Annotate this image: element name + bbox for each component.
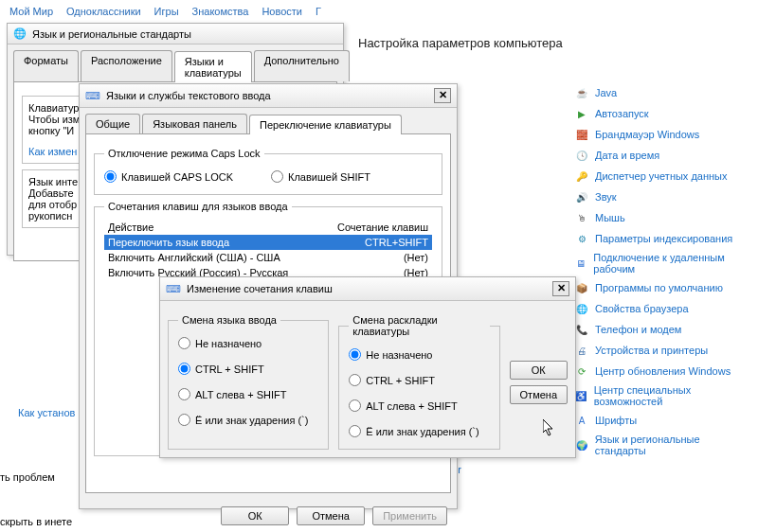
control-panel-item[interactable]: 🖥Подключение к удаленным рабочим — [574, 252, 750, 275]
control-panel-item[interactable]: 🖨Устройства и принтеры — [574, 343, 750, 358]
text-fragment: ть проблем — [0, 471, 55, 483]
apply-button[interactable]: Применить — [372, 506, 447, 525]
control-panel-item[interactable]: 🌐Свойства браузера — [574, 301, 750, 316]
cp-icon: ☕ — [574, 85, 589, 100]
group-legend: Отключение режима Caps Lock — [104, 148, 264, 159]
radio-option[interactable]: Ё или знак ударения (`) — [178, 414, 318, 426]
radio-option[interactable]: CTRL + SHIFT — [178, 363, 318, 375]
window-title: Изменение сочетания клавиш — [187, 283, 547, 294]
radio-label: Ё или знак ударения (`) — [366, 426, 478, 437]
control-panel-item[interactable]: ▶Автозапуск — [574, 106, 750, 121]
cp-link[interactable]: Устройства и принтеры — [595, 345, 708, 356]
radio-option[interactable]: ALT слева + SHIFT — [178, 388, 318, 400]
topnav-link[interactable]: Одноклассники — [66, 6, 141, 17]
cp-link[interactable]: Мышь — [595, 212, 625, 223]
ok-button[interactable]: ОК — [221, 506, 289, 525]
group-legend: Сочетания клавиш для языков ввода — [104, 201, 292, 212]
cp-link[interactable]: Программы по умолчанию — [595, 282, 723, 293]
control-panel-item[interactable]: 📦Программы по умолчанию — [574, 280, 750, 295]
cp-icon: 🌍 — [574, 437, 589, 452]
cp-icon: 🌐 — [574, 301, 589, 316]
cp-icon: ⚙ — [574, 231, 589, 246]
control-panel-item[interactable]: 🌍Язык и региональные стандарты — [574, 434, 750, 456]
control-panel-item[interactable]: 📞Телефон и модем — [574, 322, 750, 337]
radio-option[interactable]: Ё или знак ударения (`) — [349, 425, 489, 437]
cp-icon: ▶ — [574, 106, 589, 121]
cp-link[interactable]: Звук — [595, 191, 617, 203]
radio-capslock[interactable]: Клавишей CAPS LOCK — [104, 170, 233, 183]
topnav-link[interactable]: Игры — [154, 6, 179, 17]
keyboard-icon: ⌨ — [85, 90, 100, 102]
topnav-link[interactable]: Г — [316, 6, 321, 17]
control-panel-item[interactable]: 🔊Звук — [574, 189, 750, 204]
control-panel-item[interactable]: ⚙Параметры индексирования — [574, 231, 750, 246]
cp-link[interactable]: Java — [595, 87, 617, 98]
titlebar: ⌨ Изменение сочетания клавиш ✕ — [160, 277, 575, 301]
control-panel-item[interactable]: ♿Центр специальных возможностей — [574, 384, 750, 407]
cp-icon: A — [574, 413, 589, 428]
cp-link[interactable]: Брандмауэр Windows — [595, 129, 699, 140]
table-row[interactable]: Переключить язык вводаCTRL+SHIFT — [104, 235, 432, 250]
titlebar: 🌐 Язык и региональные стандарты — [8, 24, 343, 44]
window-title: Языки и службы текстового ввода — [106, 90, 428, 101]
radio-option[interactable]: Не назначено — [349, 348, 489, 361]
control-panel-item[interactable]: 🖱Мышь — [574, 210, 750, 225]
dialog-buttons: ОК Отмена Применить — [80, 499, 457, 532]
hotkey-table: ДействиеСочетание клавиш Переключить язы… — [104, 220, 432, 280]
control-panel-item[interactable]: 🕓Дата и время — [574, 148, 750, 163]
cancel-button[interactable]: Отмена — [510, 385, 568, 404]
ok-button[interactable]: ОК — [510, 361, 568, 380]
window-title: Язык и региональные стандарты — [32, 28, 337, 40]
top-nav: Мой МирОдноклассникиИгрыЗнакомстваНовост… — [0, 0, 758, 23]
cell-action: Включить Английский (США) - США — [108, 252, 404, 263]
cp-link[interactable]: Параметры индексирования — [595, 233, 732, 244]
cp-icon: 📦 — [574, 280, 589, 295]
cp-icon: 📞 — [574, 322, 589, 337]
titlebar: ⌨ Языки и службы текстового ввода ✕ — [80, 84, 457, 108]
cp-link[interactable]: Подключение к удаленным рабочим — [593, 252, 750, 275]
lang-switch-group: Смена языка ввода Не назначеноCTRL + SHI… — [168, 314, 329, 450]
group-legend: Смена раскладки клавиатуры — [349, 314, 489, 337]
col-action: Действие — [108, 222, 337, 233]
cancel-button[interactable]: Отмена — [297, 506, 365, 525]
group-legend: Смена языка ввода — [178, 314, 280, 326]
control-panel-item[interactable]: ☕Java — [574, 85, 750, 100]
cp-link[interactable]: Диспетчер учетных данных — [595, 170, 728, 182]
control-panel-item[interactable]: 🔑Диспетчер учетных данных — [574, 168, 750, 184]
topnav-link[interactable]: Новости — [262, 6, 302, 17]
close-button[interactable]: ✕ — [434, 88, 451, 103]
tab[interactable]: Переключение клавиатуры — [249, 115, 402, 134]
radio-option[interactable]: ALT слева + SHIFT — [349, 399, 489, 412]
close-button[interactable]: ✕ — [552, 281, 569, 296]
cp-link[interactable]: Автозапуск — [595, 108, 649, 119]
link-how-change[interactable]: Как измен — [28, 146, 77, 157]
topnav-link[interactable]: Мой Мир — [9, 6, 53, 17]
tab[interactable]: Общие — [85, 114, 140, 133]
control-panel-item[interactable]: 🧱Брандмауэр Windows — [574, 127, 750, 142]
cp-link[interactable]: Телефон и модем — [595, 324, 681, 335]
tab[interactable]: Форматы — [13, 50, 79, 81]
tab[interactable]: Языки и клавиатуры — [174, 51, 252, 82]
radio-option[interactable]: CTRL + SHIFT — [349, 374, 489, 386]
cp-link[interactable]: Центр специальных возможностей — [594, 384, 750, 407]
tab[interactable]: Языковая панель — [142, 114, 247, 133]
control-panel-list: ☕Java▶Автозапуск🧱Брандмауэр Windows🕓Дата… — [574, 85, 750, 456]
link-how-install[interactable]: Как установ — [18, 407, 75, 418]
radio-option[interactable]: Не назначено — [178, 337, 318, 349]
cp-icon: 🧱 — [574, 127, 589, 142]
control-panel-item[interactable]: AШрифты — [574, 413, 750, 428]
radio-shift[interactable]: Клавишей SHIFT — [271, 170, 370, 183]
table-row[interactable]: Включить Английский (США) - США(Нет) — [104, 250, 432, 265]
cp-link[interactable]: Свойства браузера — [595, 303, 689, 314]
radio-label: CTRL + SHIFT — [366, 375, 435, 386]
tab[interactable]: Расположение — [81, 50, 172, 81]
control-panel-item[interactable]: ⟳Центр обновления Windows — [574, 364, 750, 379]
cp-link[interactable]: Центр обновления Windows — [595, 365, 731, 377]
cp-link[interactable]: Шрифты — [595, 415, 637, 426]
radio-label: Клавишей SHIFT — [288, 171, 370, 183]
radio-label: ALT слева + SHIFT — [366, 400, 457, 412]
tab[interactable]: Дополнительно — [254, 50, 350, 81]
cp-link[interactable]: Язык и региональные стандарты — [595, 434, 750, 456]
cp-link[interactable]: Дата и время — [595, 150, 659, 161]
topnav-link[interactable]: Знакомства — [192, 6, 249, 17]
